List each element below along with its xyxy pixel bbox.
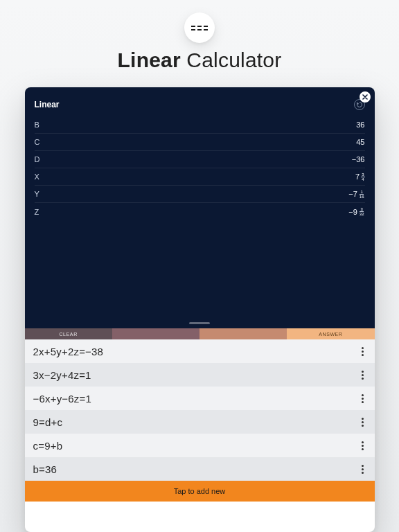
more-button[interactable] <box>359 391 366 406</box>
results-panel: Linear B 36 <box>25 87 375 328</box>
equation-text: b=36 <box>33 463 57 475</box>
variable-row[interactable]: B 36 <box>35 116 365 134</box>
drag-handle <box>189 322 210 324</box>
variable-name: X <box>35 172 40 181</box>
equation-text: 9=d+c <box>33 416 63 428</box>
close-button[interactable] <box>360 91 371 103</box>
fraction: 3 32 <box>359 207 365 216</box>
more-vertical-icon <box>362 394 364 396</box>
device-frame: Linear B 36 <box>25 87 375 532</box>
more-button[interactable] <box>359 344 366 359</box>
variable-name: Y <box>35 190 40 198</box>
variable-list: B 36 C 45 D −36 <box>35 116 365 220</box>
page-title-light: Calculator <box>181 48 282 71</box>
variable-value: −36 <box>352 155 365 163</box>
panel-header: Linear <box>35 97 365 112</box>
equation-row[interactable]: 2x+5y+2z=−38 <box>25 339 375 363</box>
variable-name: B <box>35 121 40 129</box>
variable-row[interactable]: Z −9 3 32 <box>35 203 365 220</box>
variable-value: −9 3 32 <box>348 207 364 216</box>
more-button[interactable] <box>359 438 366 453</box>
variable-value: −7 1 16 <box>348 190 364 199</box>
fraction: 1 16 <box>359 190 365 199</box>
add-new-label: Tap to add new <box>174 487 226 495</box>
more-button[interactable] <box>359 368 366 382</box>
variable-name: Z <box>35 208 39 216</box>
more-vertical-icon <box>362 441 364 443</box>
more-button[interactable] <box>359 415 366 429</box>
action-segment[interactable] <box>200 328 287 339</box>
variable-row[interactable]: Y −7 1 16 <box>35 186 365 203</box>
fraction: 3 4 <box>361 172 364 181</box>
panel-title: Linear <box>35 100 60 109</box>
action-segment[interactable] <box>112 328 200 339</box>
add-new-button[interactable]: Tap to add new <box>25 481 375 502</box>
more-vertical-icon <box>362 465 364 467</box>
equation-text: 3x−2y+4z=1 <box>33 369 91 381</box>
variable-name: C <box>35 138 40 146</box>
clear-button[interactable]: CLEAR <box>25 328 112 339</box>
more-vertical-icon <box>362 371 364 373</box>
dashes-icon <box>191 26 208 30</box>
more-vertical-icon <box>362 347 364 349</box>
equation-row[interactable]: 9=d+c <box>25 410 375 434</box>
variable-value: 7 3 4 <box>355 172 364 181</box>
equation-row[interactable]: b=36 <box>25 457 375 481</box>
equation-text: 2x+5y+2z=−38 <box>33 346 104 357</box>
close-icon <box>362 94 368 100</box>
variable-row[interactable]: X 7 3 4 <box>35 168 365 186</box>
equation-row[interactable]: −6x+y−6z=1 <box>25 387 375 410</box>
equation-row[interactable]: 3x−2y+4z=1 <box>25 363 375 387</box>
equation-row[interactable]: c=9+b <box>25 434 375 457</box>
equation-text: c=9+b <box>33 440 63 452</box>
variable-name: D <box>35 155 40 163</box>
refresh-icon <box>356 101 363 108</box>
action-bar: CLEAR ANSWER <box>25 328 375 339</box>
app-badge <box>184 12 215 43</box>
page-title-bold: Linear <box>118 48 181 71</box>
variable-value: 36 <box>356 121 364 129</box>
equation-text: −6x+y−6z=1 <box>33 393 92 405</box>
variable-row[interactable]: C 45 <box>35 134 365 151</box>
answer-button[interactable]: ANSWER <box>287 328 374 339</box>
more-button[interactable] <box>359 462 366 477</box>
more-vertical-icon <box>362 418 364 420</box>
page-title: Linear Calculator <box>118 48 282 72</box>
variable-row[interactable]: D −36 <box>35 151 365 168</box>
equation-list: 2x+5y+2z=−38 3x−2y+4z=1 −6x+y−6z=1 9=d+c <box>25 339 375 481</box>
drag-handle-area[interactable] <box>35 322 365 328</box>
variable-value: 45 <box>356 138 364 146</box>
